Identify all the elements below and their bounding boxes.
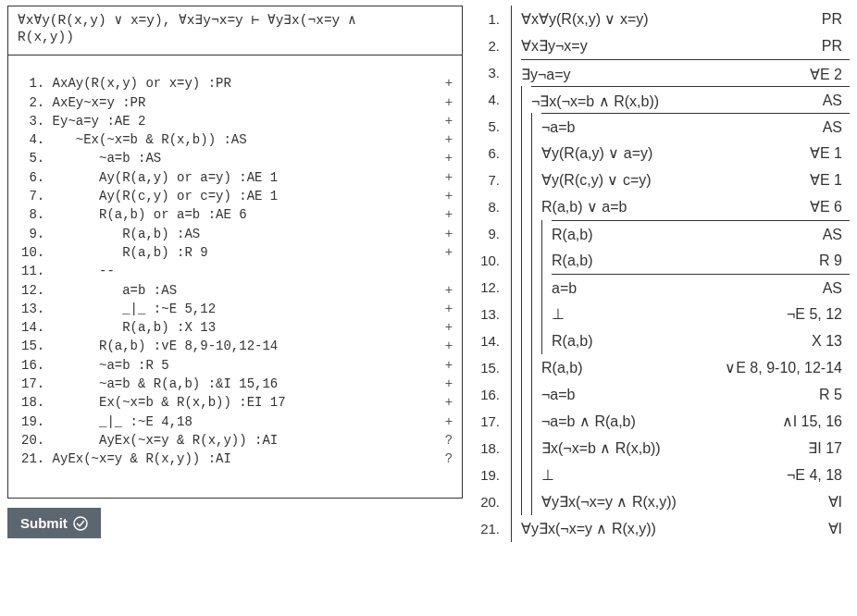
depth-bar xyxy=(531,220,532,247)
proof-justification: ∃I 17 xyxy=(802,439,842,457)
proof-content: ∀y(R(a,y) ∨ a=y)∀E 1 xyxy=(541,140,850,166)
proof-content: ∃y¬a=y∀E 2 xyxy=(521,59,850,86)
editor-line[interactable]: 6. Ay(R(a,y) or a=y) :AE 1 xyxy=(21,168,436,187)
depth-bar xyxy=(521,301,522,327)
editor-line[interactable]: 10. R(a,b) :R 9 xyxy=(21,243,436,262)
proof-row: 13.⊥¬E 5, 12 xyxy=(472,301,850,327)
proof-content: a=bAS xyxy=(552,274,850,301)
proof-line-number: 20. xyxy=(472,488,505,515)
editor-line[interactable]: 12. a=b :AS xyxy=(21,281,436,300)
proof-justification: ∀E 6 xyxy=(804,198,842,216)
proof-row: 1.∀x∀y(R(x,y) ∨ x=y)PR xyxy=(472,6,850,32)
proof-depth-bars xyxy=(505,140,541,166)
proof-line-number: 6. xyxy=(472,140,505,166)
proof-content: R(a,b)AS xyxy=(552,220,850,247)
proof-formula: ∀y∃x(¬x=y ∧ R(x,y)) xyxy=(521,520,656,537)
proof-editor[interactable]: 1. AxAy(R(x,y) or x=y) :PR 2. AxEy~x=y :… xyxy=(7,55,463,499)
depth-bar xyxy=(521,113,522,140)
editor-line[interactable]: 7. Ay(R(c,y) or c=y) :AE 1 xyxy=(21,187,436,205)
proof-line-number: 7. xyxy=(472,166,505,193)
gutter-ok-icon: + xyxy=(445,168,453,187)
editor-line[interactable]: 1. AxAy(R(x,y) or x=y) :PR xyxy=(21,74,436,92)
proof-formula: ∀y∃x(¬x=y ∧ R(x,y)) xyxy=(541,493,677,511)
depth-bar xyxy=(511,462,512,488)
proof-depth-bars xyxy=(505,113,541,140)
depth-bar xyxy=(521,354,522,381)
editor-line[interactable]: 5. ~a=b :AS xyxy=(21,149,436,167)
proof-formula: ∃y¬a=y xyxy=(521,66,571,83)
proof-formula: ∃x(¬x=b ∧ R(x,b)) xyxy=(541,439,661,457)
proof-row: 4.¬∃x(¬x=b ∧ R(x,b))AS xyxy=(472,86,850,113)
proof-depth-bars xyxy=(505,488,541,515)
proof-justification: ∀I xyxy=(823,493,842,511)
editor-line[interactable]: 9. R(a,b) :AS xyxy=(21,225,436,243)
proof-content: ∀y(R(c,y) ∨ c=y)∀E 1 xyxy=(541,166,850,193)
proof-content: ¬a=bAS xyxy=(541,113,850,140)
depth-bar xyxy=(511,113,512,140)
proof-content: R(a,b)R 9 xyxy=(552,247,850,274)
proof-content: ⊥¬E 5, 12 xyxy=(552,301,850,327)
gutter-warn-icon: ? xyxy=(445,450,453,468)
proof-line-number: 9. xyxy=(472,220,505,247)
proof-formula: ¬a=b xyxy=(541,119,575,136)
editor-line[interactable]: 17. ~a=b & R(a,b) :&I 15,16 xyxy=(21,375,436,393)
depth-bar xyxy=(511,59,512,86)
editor-line[interactable]: 4. ~Ex(~x=b & R(x,b)) :AS xyxy=(21,130,436,149)
depth-bar xyxy=(511,166,512,193)
editor-line[interactable]: 19. _|_ :~E 4,18 xyxy=(21,413,436,431)
depth-bar xyxy=(511,408,512,435)
gutter-ok-icon: + xyxy=(445,205,453,224)
editor-line[interactable]: 2. AxEy~x=y :PR xyxy=(21,93,436,112)
proof-line-number: 5. xyxy=(472,113,505,140)
gutter-ok-icon: + xyxy=(445,413,453,431)
editor-line[interactable]: 15. R(a,b) :vE 8,9-10,12-14 xyxy=(21,337,436,355)
editor-line[interactable]: 18. Ex(~x=b & R(x,b)) :EI 17 xyxy=(21,393,436,412)
depth-bar xyxy=(541,274,542,301)
proof-line-number: 17. xyxy=(472,408,505,435)
depth-bar xyxy=(531,140,532,166)
editor-line[interactable]: 11. -- xyxy=(21,262,436,280)
proof-line-number: 14. xyxy=(472,327,505,354)
proof-justification: AS xyxy=(817,92,842,109)
editor-line[interactable]: 16. ~a=b :R 5 xyxy=(21,356,436,375)
gutter-ok-icon: + xyxy=(445,225,453,243)
editor-line[interactable]: 20. AyEx(~x=y & R(x,y)) :AI xyxy=(21,431,436,450)
editor-line[interactable]: 13. _|_ :~E 5,12 xyxy=(21,300,436,318)
editor-line[interactable]: 3. Ey~a=y :AE 2 xyxy=(21,112,436,130)
proof-depth-bars xyxy=(505,166,541,193)
depth-bar xyxy=(541,247,542,274)
editor-gutter: ++++++++++++++++++?? xyxy=(441,74,456,468)
proof-depth-bars xyxy=(505,515,521,542)
depth-bar xyxy=(541,220,542,247)
proof-formula: ∀x∃y¬x=y xyxy=(521,37,588,55)
editor-line[interactable]: 14. R(a,b) :X 13 xyxy=(21,318,436,337)
depth-bar xyxy=(531,247,532,274)
depth-bar xyxy=(511,86,512,113)
editor-lines[interactable]: 1. AxAy(R(x,y) or x=y) :PR 2. AxEy~x=y :… xyxy=(21,74,436,488)
gutter-ok-icon: + xyxy=(445,356,453,375)
depth-bar xyxy=(531,301,532,327)
proof-formula: a=b xyxy=(552,280,577,297)
proof-depth-bars xyxy=(505,86,531,113)
proof-justification: PR xyxy=(816,11,842,28)
editor-line[interactable]: 8. R(a,b) or a=b :AE 6 xyxy=(21,205,436,224)
gutter-ok-icon: + xyxy=(445,318,453,337)
depth-bar xyxy=(511,327,512,354)
depth-bar xyxy=(521,166,522,193)
gutter-ok-icon: + xyxy=(445,112,453,130)
gutter-ok-icon: + xyxy=(445,393,453,412)
proof-row: 19.⊥¬E 4, 18 xyxy=(472,462,850,488)
proof-formula: ¬a=b ∧ R(a,b) xyxy=(541,413,636,430)
proof-justification: ∀E 1 xyxy=(804,144,842,162)
gutter-ok-icon: + xyxy=(445,149,453,167)
depth-bar xyxy=(511,32,512,59)
proof-content: R(a,b) ∨ a=b∀E 6 xyxy=(541,193,850,220)
proof-depth-bars xyxy=(505,327,552,354)
depth-bar xyxy=(521,408,522,435)
editor-line[interactable]: 21. AyEx(~x=y & R(x,y)) :AI xyxy=(21,450,436,468)
proof-line-number: 3. xyxy=(472,59,505,86)
depth-bar xyxy=(521,140,522,166)
right-column: 1.∀x∀y(R(x,y) ∨ x=y)PR2.∀x∃y¬x=yPR3.∃y¬a… xyxy=(463,6,850,610)
proof-row: 20.∀y∃x(¬x=y ∧ R(x,y))∀I xyxy=(472,488,850,515)
submit-button[interactable]: Submit xyxy=(7,508,101,538)
